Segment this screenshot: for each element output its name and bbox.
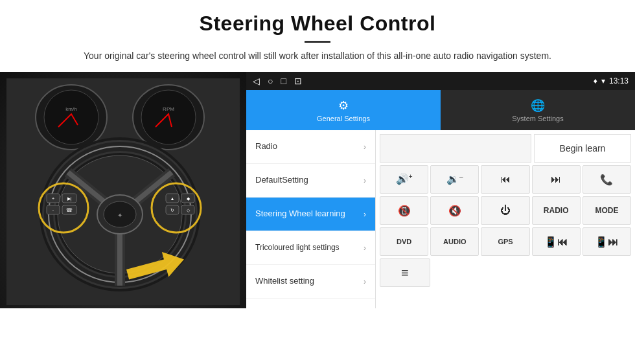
globe-icon: 🌐 (531, 98, 545, 113)
gps-label: GPS (498, 238, 513, 245)
radio-button[interactable]: RADIO (532, 196, 581, 225)
app-bar: ⚙ General Settings 🌐 System Settings (246, 90, 635, 130)
begin-learn-label: Begin learn (560, 143, 606, 154)
tab-general[interactable]: ⚙ General Settings (246, 90, 441, 130)
tel-next-button[interactable]: 📱⏭ (583, 227, 631, 256)
controls-row-1: 🔊+ 🔉– ⏮ ⏭ 📞 (380, 165, 631, 194)
list-icon-button[interactable]: ≡ (380, 258, 430, 287)
mode-button[interactable]: MODE (583, 196, 631, 225)
begin-learn-button[interactable]: Begin learn (534, 134, 631, 163)
chevron-right-icon: › (364, 277, 366, 286)
radio-label: RADIO (544, 206, 569, 215)
menu-whitelist-label: Whitelist setting (255, 276, 364, 287)
menu-item-tricoloured[interactable]: Tricoloured light settings › (246, 231, 375, 265)
hang-up-icon: 📵 (398, 205, 411, 217)
menu-tricoloured-label: Tricoloured light settings (255, 243, 364, 253)
content-area: km/h RPM ✦ (0, 72, 635, 308)
clock: 13:13 (609, 76, 629, 85)
answer-call-button[interactable]: 📞 (583, 165, 631, 194)
phone-icon: 📞 (600, 174, 613, 186)
status-right: ♦ ▾ 13:13 (594, 76, 629, 85)
head-unit-panel: ◁ ○ □ ⊡ ♦ ▾ 13:13 ⚙ General Settings 🌐 S… (246, 72, 635, 308)
chevron-right-icon: › (364, 210, 366, 219)
list-icon: ≡ (401, 266, 409, 280)
page-subtitle: Your original car's steering wheel contr… (26, 49, 609, 63)
menu-item-radio[interactable]: Radio › (246, 130, 375, 164)
svg-text:↻: ↻ (170, 208, 174, 212)
mute-icon: 🔇 (448, 205, 461, 217)
svg-text:☎: ☎ (66, 207, 73, 213)
tab-general-label: General Settings (317, 115, 370, 122)
svg-text:km/h: km/h (65, 106, 76, 112)
main-content: Radio › DefaultSetting › Steering Wheel … (246, 130, 635, 308)
screenshot-icon[interactable]: ⊡ (294, 76, 302, 86)
tab-system[interactable]: 🌐 System Settings (441, 90, 635, 130)
page-title: Steering Wheel Control (26, 12, 609, 36)
status-bar: ◁ ○ □ ⊡ ♦ ▾ 13:13 (246, 72, 635, 90)
svg-text:✦: ✦ (117, 212, 122, 219)
tel-next-icon: 📱⏭ (595, 236, 618, 248)
tel-prev-button[interactable]: 📱⏮ (532, 227, 581, 256)
home-icon[interactable]: ○ (268, 76, 273, 86)
power-button[interactable]: ⏻ (481, 196, 529, 225)
vol-down-icon: 🔉– (446, 173, 463, 185)
location-icon: ♦ (594, 76, 597, 85)
menu-item-whitelist[interactable]: Whitelist setting › (246, 265, 375, 299)
audio-button[interactable]: AUDIO (430, 227, 479, 256)
menu-steering-label: Steering Wheel learning (255, 209, 364, 220)
svg-point-2 (44, 90, 98, 144)
chevron-right-icon: › (364, 244, 366, 253)
menu-radio-label: Radio (255, 141, 364, 152)
controls-row-2: 📵 🔇 ⏻ RADIO MODE (380, 196, 631, 225)
begin-learn-empty-space (380, 134, 531, 163)
back-icon[interactable]: ◁ (253, 76, 260, 86)
next-track-icon: ⏭ (551, 174, 561, 185)
recents-icon[interactable]: □ (281, 76, 286, 86)
header-divider (305, 41, 330, 43)
gps-button[interactable]: GPS (481, 227, 529, 256)
nav-icons: ◁ ○ □ ⊡ (253, 76, 302, 86)
tab-system-label: System Settings (512, 115, 563, 122)
page-header: Steering Wheel Control Your original car… (0, 0, 635, 69)
audio-label: AUDIO (443, 238, 466, 245)
begin-learn-row: Begin learn (380, 134, 631, 163)
mode-label: MODE (595, 206, 618, 215)
gear-icon: ⚙ (338, 98, 349, 113)
svg-text:▲: ▲ (170, 196, 175, 201)
tel-prev-icon: 📱⏮ (544, 236, 568, 248)
next-track-button[interactable]: ⏭ (532, 165, 581, 194)
menu-list: Radio › DefaultSetting › Steering Wheel … (246, 130, 376, 308)
power-icon: ⏻ (500, 205, 511, 216)
vol-up-button[interactable]: 🔊+ (380, 165, 428, 194)
chevron-right-icon: › (364, 176, 366, 185)
menu-item-steering-wheel[interactable]: Steering Wheel learning › (246, 198, 375, 231)
prev-track-button[interactable]: ⏮ (481, 165, 529, 194)
svg-point-5 (141, 90, 196, 144)
car-image-panel: km/h RPM ✦ (0, 72, 246, 308)
svg-text:RPM: RPM (163, 106, 174, 112)
menu-default-label: DefaultSetting (255, 175, 364, 186)
svg-text:▶|: ▶| (67, 196, 72, 201)
vol-up-icon: 🔊+ (396, 173, 413, 185)
vol-down-button[interactable]: 🔉– (430, 165, 479, 194)
control-panel: Begin learn 🔊+ 🔉– ⏮ ⏭ (376, 130, 635, 308)
mute-button[interactable]: 🔇 (430, 196, 479, 225)
svg-text:+: + (52, 196, 54, 201)
dvd-button[interactable]: DVD (380, 227, 428, 256)
chevron-right-icon: › (364, 142, 366, 152)
signal-icon: ▾ (601, 76, 605, 85)
controls-row-3: DVD AUDIO GPS 📱⏮ 📱⏭ (380, 227, 631, 256)
prev-track-icon: ⏮ (500, 174, 511, 185)
menu-item-default-setting[interactable]: DefaultSetting › (246, 164, 375, 198)
controls-row-4: ≡ (380, 258, 631, 287)
hang-up-button[interactable]: 📵 (380, 196, 428, 225)
dvd-label: DVD (397, 238, 411, 245)
